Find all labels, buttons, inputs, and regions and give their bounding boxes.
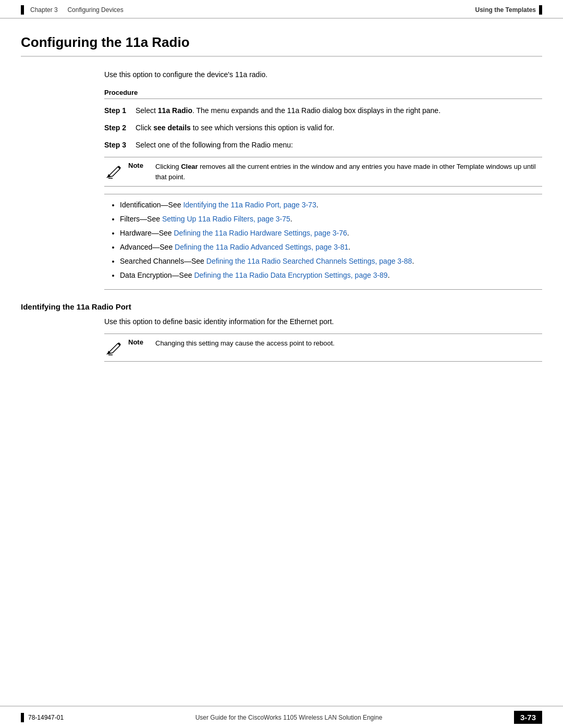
step-2-label: Step 2 bbox=[104, 122, 136, 133]
footer-bar-icon bbox=[21, 713, 24, 722]
step-2-row: Step 2 Click see details to see which ve… bbox=[104, 122, 542, 133]
footer-center: User Guide for the CiscoWorks 1105 Wirel… bbox=[195, 714, 383, 721]
step-3-row: Step 3 Select one of the following from … bbox=[104, 140, 542, 151]
page-header: Chapter 3 Configuring Devices Using the … bbox=[0, 0, 563, 19]
subsection-title: Identifying the 11a Radio Port bbox=[21, 302, 542, 311]
chapter-title: Configuring Devices bbox=[67, 6, 123, 14]
header-right: Using the Templates bbox=[475, 5, 542, 15]
steps-container: Step 1 Select 11a Radio. The menu expand… bbox=[104, 105, 542, 151]
note-body-text: Clicking Clear removes all the current e… bbox=[155, 162, 542, 182]
list-item: Filters—See Setting Up 11a Radio Filters… bbox=[120, 214, 542, 225]
link-advanced[interactable]: Defining the 11a Radio Advanced Settings… bbox=[175, 243, 348, 251]
step-1-bold: 11a Radio bbox=[158, 106, 192, 115]
link-hardware[interactable]: Defining the 11a Radio Hardware Settings… bbox=[174, 229, 347, 237]
page-container: Chapter 3 Configuring Devices Using the … bbox=[0, 0, 563, 728]
link-identification[interactable]: Identifying the 11a Radio Port, page 3-7… bbox=[183, 201, 316, 209]
footer-doc-number: 78-14947-01 bbox=[28, 714, 64, 721]
bullet-list: Identification—See Identifying the 11a R… bbox=[104, 194, 542, 290]
note-clear-bold: Clear bbox=[181, 163, 198, 170]
step-2-content: Click see details to see which versions … bbox=[136, 122, 542, 133]
note-label-area: Note Clicking Clear removes all the curr… bbox=[128, 162, 542, 182]
chapter-label: Chapter 3 bbox=[30, 6, 58, 14]
procedure-label: Procedure bbox=[104, 89, 542, 96]
section-title: Configuring the 11a Radio bbox=[21, 34, 542, 57]
subsection-note-pencil-icon bbox=[104, 338, 123, 357]
intro-text: Use this option to configure the device'… bbox=[104, 69, 542, 80]
footer-page-number: 3-73 bbox=[514, 711, 542, 724]
subsection-intro: Use this option to define basic identity… bbox=[104, 316, 542, 327]
list-item: Hardware—See Defining the 11a Radio Hard… bbox=[120, 228, 542, 239]
procedure-rule bbox=[104, 98, 542, 99]
step-3-label: Step 3 bbox=[104, 140, 136, 151]
step-1-content: Select 11a Radio. The menu expands and t… bbox=[136, 105, 542, 116]
subsection-note-label-text: Note bbox=[128, 338, 150, 346]
footer-left: 78-14947-01 bbox=[21, 713, 64, 722]
header-left: Chapter 3 Configuring Devices bbox=[21, 5, 124, 15]
main-content: Configuring the 11a Radio Use this optio… bbox=[0, 19, 563, 706]
step-1-label: Step 1 bbox=[104, 105, 136, 116]
note-label-text: Note bbox=[128, 162, 150, 169]
header-right-label: Using the Templates bbox=[475, 6, 536, 14]
link-searched-channels[interactable]: Defining the 11a Radio Searched Channels… bbox=[206, 257, 412, 265]
list-item: Searched Channels—See Defining the 11a R… bbox=[120, 256, 542, 267]
spacer bbox=[21, 369, 542, 379]
chapter-bar-icon bbox=[21, 5, 24, 15]
link-filters[interactable]: Setting Up 11a Radio Filters, page 3-75 bbox=[162, 215, 290, 223]
subsection-note-label-area: Note Changing this setting may cause the… bbox=[128, 338, 335, 349]
subsection-note-inner: Note Changing this setting may cause the… bbox=[104, 338, 542, 357]
header-page-marker-icon bbox=[539, 5, 542, 15]
list-item: Advanced—See Defining the 11a Radio Adva… bbox=[120, 242, 542, 253]
subsection-note-body-text: Changing this setting may cause the acce… bbox=[155, 338, 335, 349]
note-pencil-icon bbox=[104, 162, 123, 180]
note-container: Note Clicking Clear removes all the curr… bbox=[104, 157, 542, 187]
step-2-bold: see details bbox=[153, 124, 191, 132]
note-inner: Note Clicking Clear removes all the curr… bbox=[104, 162, 542, 182]
subsection-note-container: Note Changing this setting may cause the… bbox=[104, 334, 542, 362]
page-footer: 78-14947-01 User Guide for the CiscoWork… bbox=[0, 706, 563, 728]
list-item: Identification—See Identifying the 11a R… bbox=[120, 200, 542, 211]
link-data-encryption[interactable]: Defining the 11a Radio Data Encryption S… bbox=[194, 271, 387, 279]
step-3-content: Select one of the following from the Rad… bbox=[136, 140, 542, 151]
list-item: Data Encryption—See Defining the 11a Rad… bbox=[120, 270, 542, 281]
step-1-row: Step 1 Select 11a Radio. The menu expand… bbox=[104, 105, 542, 116]
